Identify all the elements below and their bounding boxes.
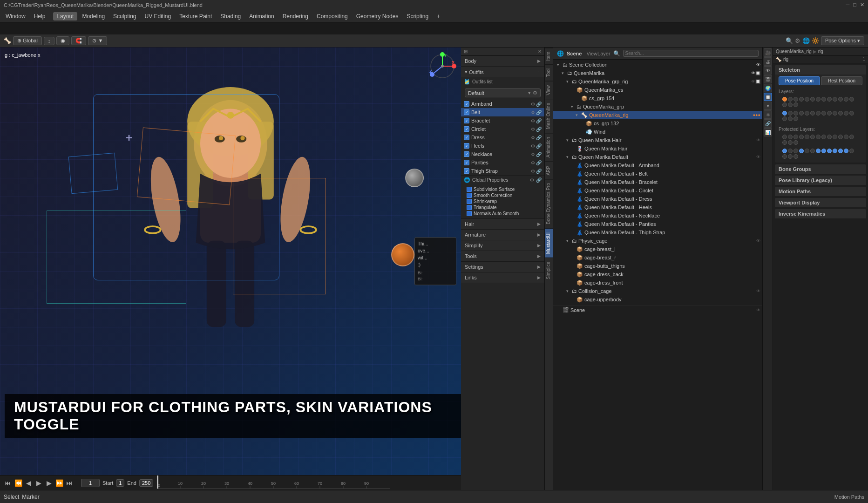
menu-add-workspace[interactable]: + (433, 12, 444, 20)
bone-groups-header[interactable]: Bone Groups (775, 164, 866, 174)
tree-cage-breast-r[interactable]: ▶ 📦 cage-breast_r (553, 253, 762, 262)
layer-dot-18[interactable] (788, 111, 793, 116)
menu-help[interactable]: Help (30, 12, 49, 20)
layer-dot-31[interactable] (788, 116, 793, 121)
prop-icon-scene[interactable]: 🎬 (764, 75, 772, 83)
outfit-link-armband[interactable]: 🔗 (536, 102, 542, 107)
viewport-display-header[interactable]: Viewport Display (775, 198, 866, 207)
outfit-item-thigh-strap[interactable]: ✓ Thigh Strap ⚙ 🔗 (461, 167, 544, 175)
outfit-item-heels[interactable]: ✓ Heels ⚙ 🔗 (461, 142, 544, 150)
header-pose-options-btn[interactable]: Pose Options ▾ (821, 36, 864, 45)
outfit-gear-belt[interactable]: ⚙ (531, 110, 535, 115)
menu-geometry-nodes[interactable]: Geometry Nodes (353, 12, 402, 20)
player-3[interactable] (793, 135, 798, 139)
menu-window[interactable]: Window (2, 12, 29, 20)
outfit-cb-necklace[interactable]: ✓ (464, 151, 469, 157)
tree-scene[interactable]: ▶ 🎬 Scene 👁 (553, 306, 762, 314)
outfit-link-necklace[interactable]: 🔗 (536, 152, 542, 157)
tree-default-panties[interactable]: ▶ 👗 Queen Marika Default - Panties (553, 220, 762, 228)
player-24[interactable] (821, 149, 826, 153)
tree-qm-grp[interactable]: ▾ 🗂 QueenMarika_grp (553, 102, 762, 111)
player-12[interactable] (844, 135, 848, 139)
section-hair-header[interactable]: Hair ▶ (461, 219, 544, 229)
section-links-header[interactable]: Links ▶ (461, 272, 544, 283)
outfit-gear-necklace[interactable]: ⚙ (531, 152, 535, 157)
tree-default-circlet[interactable]: ▶ 👗 Queen Marika Default - Circlet (553, 186, 762, 195)
timeline-ruler[interactable]: 0 10 20 30 40 50 60 70 80 90 (157, 476, 461, 490)
timeline-jump-end[interactable]: ⏭ (65, 479, 74, 487)
menu-layout[interactable]: Layout (53, 12, 77, 20)
section-armature-header[interactable]: Armature ▶ (461, 230, 544, 240)
player-16[interactable] (793, 140, 798, 145)
layer-dot-12[interactable] (844, 97, 848, 102)
layer-dot-27[interactable] (838, 111, 843, 116)
layer-dot-6[interactable] (810, 97, 815, 102)
vtab-arp[interactable]: ARP (545, 162, 553, 179)
tree-cage-upperbody[interactable]: ▶ 📦 cage-upperbody (553, 295, 762, 304)
player-25[interactable] (827, 149, 832, 153)
cb-normals[interactable] (467, 211, 472, 216)
breadcrumb-rig[interactable]: QueenMarika_rig (776, 49, 812, 54)
menu-modeling[interactable]: Modeling (78, 12, 108, 20)
header-transform-btn[interactable]: ↕ (44, 37, 55, 45)
outfit-cb-bracelet[interactable]: ✓ (464, 118, 469, 123)
scene-search-input[interactable] (623, 50, 759, 57)
layer-dot-8[interactable] (821, 97, 826, 102)
outfit-link-thigh-strap[interactable]: 🔗 (536, 169, 542, 174)
layer-dot-11[interactable] (838, 97, 843, 102)
start-frame-input[interactable]: 1 (116, 479, 124, 487)
outfit-cb-dress[interactable]: ✓ (464, 135, 469, 140)
section-tools-header[interactable]: Tools ▶ (461, 251, 544, 261)
player-22[interactable] (810, 149, 815, 153)
prop-icon-data[interactable]: 📊 (764, 128, 772, 136)
layer-dot-22[interactable] (810, 111, 815, 116)
player-10[interactable] (833, 135, 837, 139)
section-simplify-header[interactable]: Simplify ▶ (461, 240, 544, 251)
skeleton-header[interactable]: Skeleton (775, 65, 866, 75)
layer-dot-15[interactable] (788, 102, 793, 107)
layer-dot-16[interactable] (793, 102, 798, 107)
vtab-mustardui[interactable]: MustardUI (545, 228, 553, 258)
player-13[interactable] (849, 135, 854, 139)
outfit-cb-armband[interactable]: ✓ (464, 101, 469, 107)
menu-uv-editing[interactable]: UV Editing (141, 12, 175, 20)
layer-dot-14[interactable] (782, 102, 787, 107)
outfit-link-circlet[interactable]: 🔗 (536, 127, 542, 132)
layer-dot-26[interactable] (833, 111, 837, 116)
player-15[interactable] (788, 140, 793, 145)
vtab-tool[interactable]: Tool (545, 64, 553, 81)
tree-default-belt[interactable]: ▶ 👗 Queen Marika Default - Belt (553, 170, 762, 178)
timeline-next-frame[interactable]: ⏩ (55, 479, 63, 487)
vtab-simplice[interactable]: Simplice (545, 258, 553, 283)
tree-eye-qm[interactable]: 👁 (751, 71, 755, 75)
tree-default-thigh-strap[interactable]: ▶ 👗 Queen Marika Default - Thigh Strap (553, 228, 762, 237)
outfit-gear-thigh-strap[interactable]: ⚙ (531, 169, 535, 174)
close-button[interactable]: ✕ (860, 2, 864, 8)
layer-dot-23[interactable] (816, 111, 821, 116)
layer-dot-2[interactable] (788, 97, 793, 102)
tree-cs-grp-154[interactable]: ▶ 📦 cs_grp 154 (553, 94, 762, 102)
layer-dot-4[interactable] (799, 97, 804, 102)
tree-eye-collision[interactable]: 👁 (756, 289, 760, 293)
layer-dot-29[interactable] (849, 111, 854, 116)
tree-eye-grp[interactable]: 👁 (751, 79, 755, 84)
prop-icon-constraints[interactable]: 🔗 (764, 119, 772, 128)
outfit-cb-circlet[interactable]: ✓ (464, 126, 469, 132)
player-26[interactable] (833, 149, 837, 153)
prop-icon-object[interactable]: 🔲 (764, 93, 772, 101)
section-settings-header[interactable]: Settings ▶ (461, 262, 544, 272)
header-pivot-btn[interactable]: ◉ (56, 36, 69, 45)
player-6[interactable] (810, 135, 815, 139)
header-snap-btn[interactable]: 🧲 (71, 36, 86, 45)
layer-dot-3[interactable] (793, 97, 798, 102)
tree-wind[interactable]: ▶ 💨 Wind (553, 128, 762, 136)
tree-queenmarika[interactable]: ▾ 🗂 QueenMarika 👁 🔲 (553, 69, 762, 77)
prop-icon-view[interactable]: 👁 (764, 66, 772, 75)
outfit-gear-panties[interactable]: ⚙ (531, 160, 535, 165)
status-marker[interactable]: Marker (22, 494, 39, 500)
outfit-item-dress[interactable]: ✓ Dress ⚙ 🔗 (461, 133, 544, 142)
outfit-link-dress[interactable]: 🔗 (536, 135, 542, 140)
pose-library-header[interactable]: Pose Library (Legacy) (775, 176, 866, 185)
cb-shrinkwrap[interactable] (467, 199, 472, 204)
global-props-settings[interactable]: ⚙ (530, 177, 534, 183)
